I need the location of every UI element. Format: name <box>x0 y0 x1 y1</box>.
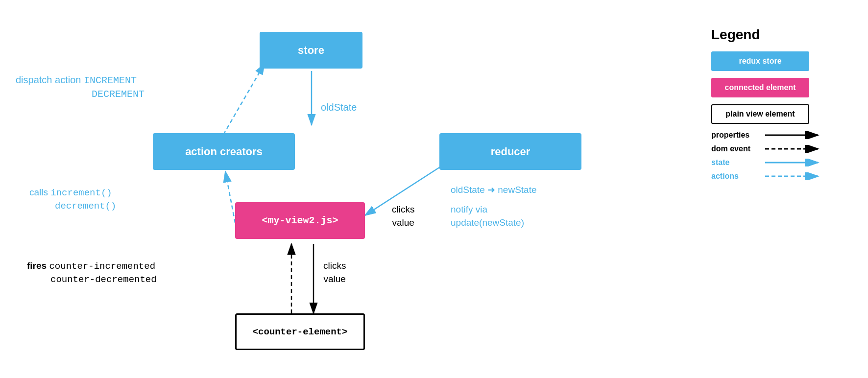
svg-line-7 <box>225 171 235 223</box>
legend-properties-label: properties <box>711 131 760 140</box>
legend-redux-store: redux store <box>711 51 848 71</box>
legend-actions-label: actions <box>711 172 760 181</box>
legend-plain-view: plain view element <box>711 104 848 124</box>
store-label: store <box>298 44 324 57</box>
legend-plain-view-box: plain view element <box>711 104 809 124</box>
dispatch-action-label: dispatch action INCREMENT DECREMENT <box>16 73 145 101</box>
action-creators-box: action creators <box>153 133 295 170</box>
clicks-value-top-label: clicksvalue <box>392 203 414 229</box>
legend-state-label: state <box>711 158 760 167</box>
my-view-box: <my-view2.js> <box>235 202 365 239</box>
my-view-label: <my-view2.js> <box>262 215 338 226</box>
legend-actions-row: actions <box>711 172 848 181</box>
clicks-value-bottom-label: clicksvalue <box>323 260 346 285</box>
reducer-label: reducer <box>491 145 530 158</box>
reducer-box: reducer <box>439 133 581 170</box>
store-box: store <box>260 32 362 69</box>
counter-element-label: <counter-element> <box>253 327 348 337</box>
legend-title: Legend <box>711 27 848 43</box>
legend: Legend redux store connected element pla… <box>711 27 848 186</box>
old-state-arrow-label: oldState ➜ newState <box>451 184 537 197</box>
fires-label: fires counter-incremented counter-decrem… <box>27 260 157 286</box>
legend-actions-arrow <box>765 172 824 180</box>
legend-dom-event-arrow <box>765 145 824 153</box>
legend-properties-arrow <box>765 131 824 139</box>
legend-state-row: state <box>711 158 848 167</box>
counter-element-box: <counter-element> <box>235 313 365 350</box>
action-creators-label: action creators <box>185 145 263 158</box>
legend-dom-event-row: dom event <box>711 144 848 153</box>
legend-connected-element: connected element <box>711 78 848 97</box>
legend-dom-event-label: dom event <box>711 144 760 153</box>
legend-connected-element-box: connected element <box>711 78 809 97</box>
calls-label: calls increment() decrement() <box>29 186 116 213</box>
legend-state-arrow <box>765 159 824 166</box>
legend-redux-store-box: redux store <box>711 51 809 71</box>
diagram: store action creators reducer <my-view2.… <box>0 0 868 378</box>
old-state-top-label: oldState <box>321 100 357 114</box>
svg-line-6 <box>223 64 265 135</box>
legend-properties-row: properties <box>711 131 848 140</box>
notify-label: notify viaupdate(newState) <box>451 203 524 229</box>
